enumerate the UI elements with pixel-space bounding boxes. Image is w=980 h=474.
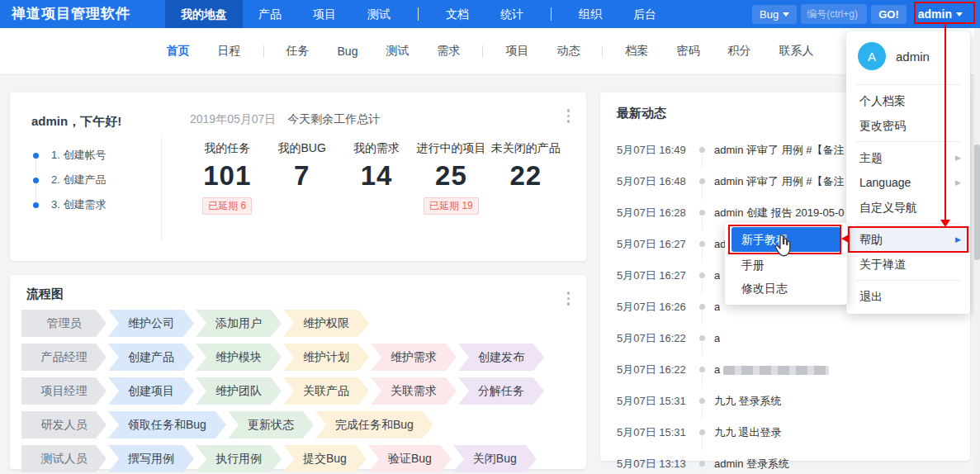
flow-step[interactable]: 验证Bug bbox=[368, 445, 452, 472]
topnav-item-项目[interactable]: 项目 bbox=[297, 0, 352, 28]
overdue-badge: 已延期 19 bbox=[424, 197, 479, 215]
search-input[interactable] bbox=[801, 4, 867, 24]
timeline-line bbox=[702, 467, 703, 474]
activity-text: a bbox=[714, 363, 829, 377]
activity-row: 5月07日 15:31九九 登录系统 bbox=[617, 394, 970, 417]
menu-item-个人档案[interactable]: 个人档案 bbox=[846, 88, 970, 113]
flow-step[interactable]: 关联产品 bbox=[283, 377, 369, 405]
welcome-block: admin，下午好! 1. 创建帐号2. 创建产品3. 创建需求 bbox=[10, 92, 161, 261]
stat-label: 我的需求 bbox=[353, 140, 400, 156]
nav-divider bbox=[551, 7, 552, 21]
subnav-item-任务[interactable]: 任务 bbox=[272, 44, 324, 59]
search-module-dropdown[interactable]: Bug bbox=[752, 5, 797, 24]
flow-step[interactable]: 添加用户 bbox=[196, 310, 282, 337]
menu-item-主题[interactable]: 主题▶ bbox=[846, 145, 970, 170]
subnav-item-项目[interactable]: 项目 bbox=[491, 44, 542, 59]
help-submenu: 新手教程手册修改日志 bbox=[725, 223, 847, 305]
stat-item[interactable]: 未关闭的产品22 bbox=[489, 140, 563, 215]
flow-step[interactable]: 执行用例 bbox=[196, 445, 282, 472]
stat-item[interactable]: 我的BUG7 bbox=[264, 140, 339, 215]
flowchart-panel: 流程图 管理员维护公司添加用户维护权限产品经理创建产品维护模块维护计划维护需求创… bbox=[10, 275, 586, 469]
topnav-item-产品[interactable]: 产品 bbox=[243, 0, 297, 28]
welcome-step-label: 3. 创建需求 bbox=[51, 198, 106, 211]
subnav-item-积分[interactable]: 积分 bbox=[713, 44, 765, 59]
topnav-item-测试[interactable]: 测试 bbox=[352, 0, 406, 28]
stats-row: 我的任务101已延期 6我的BUG7我的需求14进行中的项目25已延期 19未关… bbox=[190, 140, 568, 215]
flow-step[interactable]: 维护公司 bbox=[108, 310, 194, 337]
timeline-dot bbox=[699, 429, 705, 435]
menu-item-Language[interactable]: Language▶ bbox=[846, 170, 970, 195]
chevron-right-icon: ▶ bbox=[955, 170, 961, 195]
topnav-item-后台[interactable]: 后台 bbox=[618, 0, 672, 28]
topnav-item-文档[interactable]: 文档 bbox=[430, 0, 485, 28]
submenu-item-手册[interactable]: 手册 bbox=[725, 254, 847, 277]
topnav-item-统计[interactable]: 统计 bbox=[485, 0, 539, 28]
subnav-item-档案[interactable]: 档案 bbox=[611, 44, 662, 59]
activity-row: 5月07日 13:13admin 登录系统 bbox=[617, 457, 970, 474]
stat-item[interactable]: 进行中的项目25已延期 19 bbox=[414, 140, 488, 215]
user-menu-items: 个人档案更改密码主题▶Language▶自定义导航帮助▶关于禅道退出 bbox=[846, 88, 970, 309]
subnav-item-日程[interactable]: 日程 bbox=[204, 44, 255, 59]
activity-text: admin 登录系统 bbox=[714, 457, 789, 472]
welcome-step[interactable]: 2. 创建产品 bbox=[31, 173, 161, 197]
menu-item-帮助[interactable]: 帮助▶ bbox=[846, 227, 970, 252]
flow-step[interactable]: 创建产品 bbox=[108, 344, 194, 371]
app-logo: 禅道项目管理软件 bbox=[0, 0, 130, 28]
kebab-menu-icon[interactable] bbox=[564, 288, 574, 309]
topnav-item-我的地盘[interactable]: 我的地盘 bbox=[165, 0, 243, 28]
flow-step[interactable]: 维护权限 bbox=[283, 310, 369, 337]
flow-step[interactable]: 关闭Bug bbox=[453, 445, 537, 472]
timeline-dot-icon bbox=[691, 425, 714, 448]
subnav-item-密码[interactable]: 密码 bbox=[662, 44, 713, 59]
flow-step[interactable]: 创建发布 bbox=[458, 344, 544, 371]
activity-time: 5月07日 15:31 bbox=[617, 394, 691, 409]
flow-step[interactable]: 维护团队 bbox=[196, 377, 282, 405]
subnav-item-测试[interactable]: 测试 bbox=[372, 44, 423, 59]
summary-header: 2019年05月07日 今天剩余工作总计 bbox=[190, 112, 568, 127]
flow-step[interactable]: 领取任务和Bug bbox=[108, 411, 226, 438]
menu-item-退出[interactable]: 退出 bbox=[846, 284, 970, 309]
flow-step[interactable]: 创建项目 bbox=[108, 377, 194, 405]
getting-started-steps: 1. 创建帐号2. 创建产品3. 创建需求 bbox=[31, 148, 161, 222]
menu-item-自定义导航[interactable]: 自定义导航 bbox=[846, 195, 970, 220]
flow-step[interactable]: 分解任务 bbox=[458, 377, 544, 405]
flow-step[interactable]: 维护计划 bbox=[283, 344, 369, 371]
subnav-item-Bug[interactable]: Bug bbox=[324, 45, 372, 58]
subnav-item-首页[interactable]: 首页 bbox=[153, 44, 204, 59]
menu-item-关于禅道[interactable]: 关于禅道 bbox=[846, 252, 970, 277]
flow-step[interactable]: 维护需求 bbox=[371, 344, 457, 371]
flow-step[interactable]: 撰写用例 bbox=[108, 445, 194, 472]
welcome-step[interactable]: 1. 创建帐号 bbox=[31, 148, 161, 173]
timeline-dot-icon bbox=[691, 206, 714, 229]
welcome-step-label: 1. 创建帐号 bbox=[51, 149, 106, 161]
activity-time: 5月07日 16:22 bbox=[617, 331, 691, 346]
submenu-item-新手教程[interactable]: 新手教程 bbox=[731, 227, 840, 252]
menu-item-更改密码[interactable]: 更改密码 bbox=[846, 113, 970, 138]
flow-step[interactable]: 关联需求 bbox=[371, 377, 457, 405]
flowchart-title: 流程图 bbox=[10, 275, 586, 302]
activity-row: 5月07日 16:22a bbox=[617, 331, 970, 354]
flow-step[interactable]: 维护模块 bbox=[196, 344, 282, 371]
flow-step[interactable]: 完成任务和Bug bbox=[315, 411, 433, 438]
flow-step[interactable]: 更新状态 bbox=[228, 411, 314, 438]
subnav-item-需求[interactable]: 需求 bbox=[423, 44, 474, 59]
flow-step[interactable]: 提交Bug bbox=[283, 445, 367, 472]
timeline-line bbox=[702, 342, 703, 356]
submenu-item-修改日志[interactable]: 修改日志 bbox=[725, 277, 847, 300]
stat-item[interactable]: 我的任务101已延期 6 bbox=[190, 140, 264, 215]
greeting-text: admin，下午好! bbox=[31, 114, 161, 130]
scrollbar-track[interactable] bbox=[974, 28, 980, 474]
topnav-item-组织[interactable]: 组织 bbox=[563, 0, 618, 28]
topnav-items: 我的地盘产品项目测试文档统计组织后台 bbox=[165, 0, 672, 28]
welcome-step[interactable]: 3. 创建需求 bbox=[31, 197, 161, 222]
timeline-line bbox=[702, 185, 703, 199]
stat-item[interactable]: 我的需求14 bbox=[339, 140, 414, 215]
user-menu-button[interactable]: admin bbox=[911, 7, 970, 21]
timeline-dot-icon bbox=[691, 237, 714, 260]
go-button[interactable]: GO! bbox=[871, 5, 907, 24]
subnav-item-动态[interactable]: 动态 bbox=[542, 44, 594, 59]
kebab-menu-icon[interactable] bbox=[564, 106, 574, 126]
scrollbar-thumb[interactable] bbox=[974, 145, 980, 260]
flow-row: 项目经理创建项目维护团队关联产品关联需求分解任务 bbox=[21, 377, 586, 405]
subnav-item-联系人[interactable]: 联系人 bbox=[765, 44, 827, 59]
